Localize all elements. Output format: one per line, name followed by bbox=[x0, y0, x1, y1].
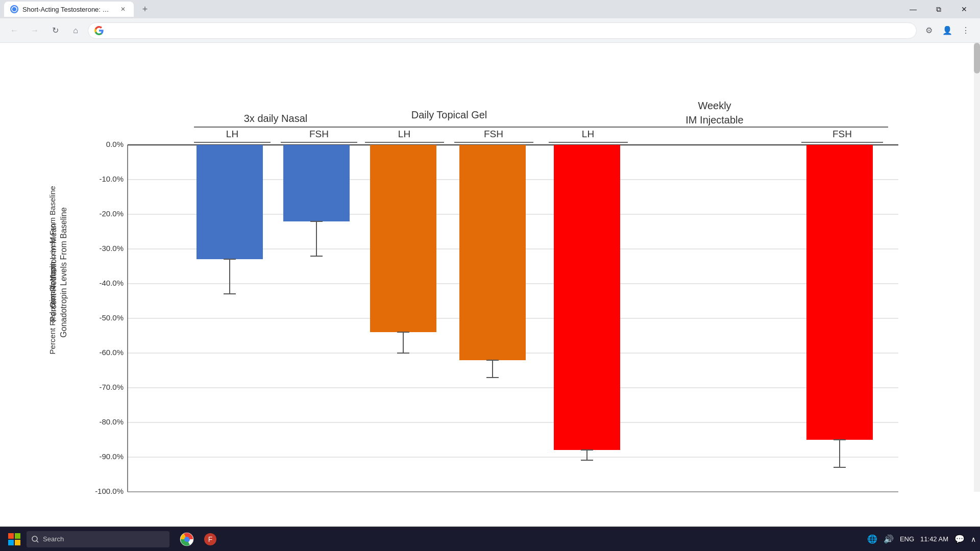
svg-text:3x daily Nasal: 3x daily Nasal bbox=[244, 113, 308, 124]
window-controls: — ⧉ ✕ bbox=[901, 1, 976, 17]
bar-inject-fsh bbox=[806, 145, 873, 440]
clock-time: 11:42 AM bbox=[920, 535, 948, 543]
svg-text:-10.0%: -10.0% bbox=[99, 174, 124, 183]
svg-text:Daily Topical Gel: Daily Topical Gel bbox=[411, 109, 487, 120]
home-button[interactable]: ⌂ bbox=[67, 22, 84, 39]
svg-rect-69 bbox=[8, 540, 14, 545]
title-bar: Short-Acting Testosterone: More ✕ + — ⧉ … bbox=[0, 0, 980, 18]
new-tab-button[interactable]: + bbox=[138, 2, 152, 16]
browser-frame: Short-Acting Testosterone: More ✕ + — ⧉ … bbox=[0, 0, 980, 551]
active-tab[interactable]: Short-Acting Testosterone: More ✕ bbox=[4, 2, 134, 17]
svg-text:Gonadotropin Levels From Basel: Gonadotropin Levels From Baseline bbox=[48, 186, 57, 308]
taskbar-apps: F bbox=[176, 528, 222, 550]
forward-button[interactable]: → bbox=[27, 22, 43, 39]
profile-button[interactable]: 👤 bbox=[939, 22, 955, 39]
taskbar-forensics[interactable]: F bbox=[199, 528, 222, 550]
svg-text:Weekly: Weekly bbox=[698, 100, 731, 111]
svg-point-75 bbox=[184, 537, 189, 542]
taskbar-chrome[interactable] bbox=[176, 528, 198, 550]
svg-rect-70 bbox=[15, 540, 20, 545]
bar-gel-lh bbox=[370, 145, 436, 332]
network-icon[interactable]: 🌐 bbox=[867, 534, 877, 544]
svg-text:LH: LH bbox=[226, 129, 238, 139]
page-content: Percent Reduction in Mean Gonadotropin L… bbox=[0, 43, 980, 551]
nav-right: ⚙ 👤 ⋮ bbox=[921, 22, 974, 39]
bar-chart: Percent Reduction in Mean Gonadotropin L… bbox=[41, 43, 934, 502]
svg-text:LH: LH bbox=[582, 129, 594, 139]
svg-text:-30.0%: -30.0% bbox=[99, 244, 124, 253]
extensions-button[interactable]: ⚙ bbox=[921, 22, 937, 39]
tab-title: Short-Acting Testosterone: More bbox=[22, 6, 114, 13]
svg-text:-40.0%: -40.0% bbox=[99, 279, 124, 287]
bar-inject-lh bbox=[554, 145, 620, 450]
taskbar-right: 🌐 🔊 ENG 11:42 AM 💬 ∧ bbox=[867, 534, 976, 544]
address-bar[interactable] bbox=[88, 22, 917, 39]
svg-text:LH: LH bbox=[398, 129, 410, 139]
svg-point-71 bbox=[32, 536, 37, 541]
svg-text:IM Injectable: IM Injectable bbox=[685, 114, 743, 126]
svg-text:-70.0%: -70.0% bbox=[99, 383, 124, 391]
maximize-button[interactable]: ⧉ bbox=[927, 1, 950, 17]
taskbar-clock[interactable]: 11:42 AM bbox=[920, 535, 948, 543]
minimize-button[interactable]: — bbox=[901, 1, 925, 17]
svg-text:0.0%: 0.0% bbox=[106, 140, 124, 148]
scrollbar-thumb[interactable] bbox=[974, 43, 980, 73]
svg-text:FSH: FSH bbox=[832, 129, 852, 139]
back-button[interactable]: ← bbox=[6, 22, 22, 39]
menu-button[interactable]: ⋮ bbox=[958, 22, 974, 39]
bar-nasal-lh bbox=[197, 145, 263, 259]
close-button[interactable]: ✕ bbox=[952, 1, 976, 17]
svg-rect-67 bbox=[8, 533, 14, 539]
svg-text:-60.0%: -60.0% bbox=[99, 348, 124, 357]
svg-text:-80.0%: -80.0% bbox=[99, 417, 124, 426]
svg-text:FSH: FSH bbox=[309, 129, 329, 139]
notification-icon[interactable]: 💬 bbox=[954, 534, 965, 544]
search-placeholder: Search bbox=[43, 535, 64, 543]
svg-text:Gonadotropin Levels From Basel: Gonadotropin Levels From Baseline bbox=[59, 207, 68, 337]
svg-line-72 bbox=[37, 541, 38, 542]
taskbar: Search F 🌐 🔊 ENG bbox=[0, 527, 980, 551]
svg-text:-50.0%: -50.0% bbox=[99, 313, 124, 322]
svg-text:-20.0%: -20.0% bbox=[99, 209, 124, 218]
volume-icon[interactable]: 🔊 bbox=[884, 534, 894, 544]
nav-bar: ← → ↻ ⌂ ⚙ 👤 ⋮ bbox=[0, 18, 980, 43]
bar-nasal-fsh bbox=[283, 145, 350, 221]
bar-gel-fsh bbox=[459, 145, 526, 360]
scrollbar-vertical[interactable] bbox=[974, 43, 980, 492]
tab-close-button[interactable]: ✕ bbox=[118, 5, 128, 14]
svg-text:F: F bbox=[208, 535, 213, 543]
svg-rect-68 bbox=[15, 533, 20, 539]
svg-text:-90.0%: -90.0% bbox=[99, 452, 124, 461]
svg-text:FSH: FSH bbox=[484, 129, 503, 139]
google-icon bbox=[94, 26, 104, 35]
svg-text:-100.0%: -100.0% bbox=[95, 487, 124, 495]
reload-button[interactable]: ↻ bbox=[47, 22, 63, 39]
start-button[interactable] bbox=[4, 529, 24, 549]
taskbar-search[interactable]: Search bbox=[27, 531, 169, 547]
tab-favicon bbox=[10, 5, 18, 13]
show-hidden-icon[interactable]: ∧ bbox=[971, 535, 976, 543]
lang-indicator: ENG bbox=[900, 535, 914, 543]
